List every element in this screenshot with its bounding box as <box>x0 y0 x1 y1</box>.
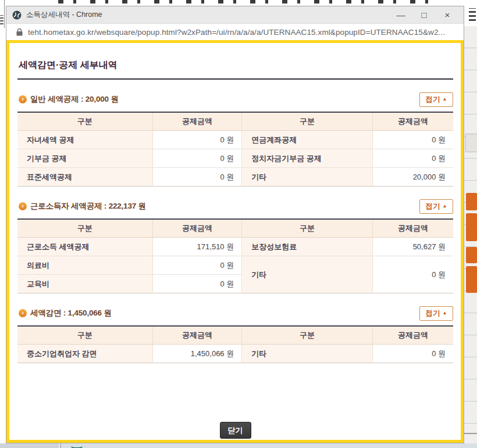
section-header: › 세액감면 : 1,450,066 원 접기 ▲ <box>17 306 453 321</box>
row-amount: 0 원 <box>372 256 453 293</box>
general-credit-table: 구분 공제금액 구분 공제금액 자녀세액 공제 0 원 연금계좌공제 <box>17 112 453 187</box>
section-header: › 근로소득자 세액공제 : 222,137 원 접기 ▲ <box>17 199 453 214</box>
divider <box>4 0 5 28</box>
background-orange-block <box>466 193 477 210</box>
column-header: 구분 <box>242 112 373 131</box>
row-amount: 0 원 <box>152 275 242 293</box>
wage-earner-credit-table: 구분 공제금액 구분 공제금액 근로소득 세액공제 171,510 원 보장성보… <box>17 218 453 293</box>
row-label: 기타 <box>242 345 373 363</box>
title-divider <box>17 78 453 80</box>
row-label: 중소기업취업자 감면 <box>17 345 152 363</box>
section-title: 근로소득자 세액공제 : 222,137 원 <box>30 201 146 212</box>
collapse-button[interactable]: 접기 ▲ <box>419 199 453 214</box>
lock-icon <box>16 28 23 36</box>
row-label: 자녀세액 공제 <box>17 131 152 149</box>
section-title: 세액감면 : 1,450,066 원 <box>30 308 112 318</box>
address-bar[interactable]: teht.hometax.go.kr/websquare/popup.html?… <box>6 24 464 40</box>
window-title: 소득상세내역 - Chrome <box>26 10 389 20</box>
background-orange-block <box>466 266 477 293</box>
background-page-bottom-strip <box>0 443 477 448</box>
screen: 소득상세내역 - Chrome — □ × teht.hometax.go.kr… <box>0 0 477 448</box>
background-orange-block <box>466 213 477 241</box>
row-label: 교육비 <box>17 275 152 293</box>
row-label: 보장성보험료 <box>242 238 373 256</box>
favicon-globe-icon <box>12 10 22 20</box>
row-amount: 0 원 <box>152 149 242 168</box>
table-row: 근로소득 세액공제 171,510 원 보장성보험료 50,627 원 <box>17 238 453 256</box>
background-mini-button <box>465 134 477 152</box>
minimize-button[interactable]: — <box>389 6 412 24</box>
row-amount: 0 원 <box>152 131 242 149</box>
triangle-up-icon: ▲ <box>443 97 447 102</box>
row-amount: 0 원 <box>372 345 453 363</box>
collapse-label: 접기 <box>426 202 440 212</box>
row-amount: 0 원 <box>152 256 242 275</box>
triangle-up-icon: ▲ <box>443 204 447 209</box>
collapse-label: 접기 <box>426 95 440 105</box>
table-header-row: 구분 공제금액 구분 공제금액 <box>17 326 453 345</box>
table-row: 중소기업취업자 감면 1,450,066 원 기타 0 원 <box>17 345 453 363</box>
section-bullet-icon: › <box>19 95 27 103</box>
column-header: 구분 <box>17 112 152 131</box>
background-orange-block <box>466 247 477 263</box>
url-text: teht.hometax.go.kr/websquare/popup.html?… <box>28 28 445 37</box>
background-page-left-fragment <box>0 0 6 448</box>
table-row: 표준세액공제 0 원 기타 20,000 원 <box>17 168 453 187</box>
row-label: 표준세액공제 <box>17 168 152 187</box>
clipped-text-fragment <box>58 0 442 3</box>
column-header: 공제금액 <box>372 326 453 345</box>
table-row: 자녀세액 공제 0 원 연금계좌공제 0 원 <box>17 131 453 149</box>
collapse-label: 접기 <box>426 309 440 318</box>
row-amount: 20,000 원 <box>372 168 453 187</box>
row-amount: 171,510 원 <box>152 238 242 256</box>
row-label: 의료비 <box>17 256 152 275</box>
column-header: 공제금액 <box>372 112 453 131</box>
row-label: 연금계좌공제 <box>242 131 373 149</box>
chrome-popup-window: 소득상세내역 - Chrome — □ × teht.hometax.go.kr… <box>6 6 464 443</box>
close-popup-button[interactable]: 닫기 <box>220 422 251 439</box>
column-header: 공제금액 <box>152 326 242 345</box>
row-label: 기부금 공제 <box>17 149 152 168</box>
popup-content: 세액감면·공제 세부내역 › 일반 세액공제 : 20,000 원 접기 ▲ <box>9 43 461 439</box>
background-page-right-panel <box>464 0 477 448</box>
section-header: › 일반 세액공제 : 20,000 원 접기 ▲ <box>17 92 453 107</box>
row-label: 정치자금기부금 공제 <box>242 149 373 168</box>
maximize-button[interactable]: □ <box>412 6 436 24</box>
window-controls: — □ × <box>389 6 459 24</box>
triangle-up-icon: ▲ <box>443 311 447 316</box>
column-header: 공제금액 <box>152 112 242 131</box>
close-window-button[interactable]: × <box>436 6 459 24</box>
divider <box>60 443 61 448</box>
row-amount: 0 원 <box>372 149 453 168</box>
column-header: 구분 <box>17 219 152 238</box>
row-label: 근로소득 세액공제 <box>17 238 152 256</box>
collapse-button[interactable]: 접기 ▲ <box>419 92 453 107</box>
background-segment <box>0 443 58 448</box>
background-grid-panel <box>464 26 477 443</box>
column-header: 구분 <box>242 326 373 345</box>
popup-highlighted-viewport: 세액감면·공제 세부내역 › 일반 세액공제 : 20,000 원 접기 ▲ <box>6 40 464 443</box>
row-amount: 0 원 <box>372 131 453 149</box>
page-title: 세액감면·공제 세부내역 <box>19 59 453 71</box>
row-amount: 50,627 원 <box>372 238 453 256</box>
window-titlebar: 소득상세내역 - Chrome — □ × <box>6 6 464 24</box>
row-label: 기타 <box>242 256 373 293</box>
section-bullet-icon: › <box>19 309 27 317</box>
table-row: 기부금 공제 0 원 정치자금기부금 공제 0 원 <box>17 149 453 168</box>
clipped-text-fragment <box>0 15 3 24</box>
column-header: 공제금액 <box>372 219 453 238</box>
row-label: 기타 <box>242 168 373 187</box>
section-title: 일반 세액공제 : 20,000 원 <box>30 94 119 105</box>
section-bullet-icon: › <box>19 202 27 210</box>
table-row: 의료비 0 원 기타 0 원 <box>17 256 453 275</box>
section-general-tax-credit: › 일반 세액공제 : 20,000 원 접기 ▲ 구분 공제금액 <box>17 92 453 187</box>
section-tax-reduction: › 세액감면 : 1,450,066 원 접기 ▲ 구분 공제금액 <box>17 306 453 363</box>
collapse-button[interactable]: 접기 ▲ <box>419 306 453 321</box>
row-amount: 1,450,066 원 <box>152 345 242 363</box>
row-amount: 0 원 <box>152 168 242 187</box>
column-header: 구분 <box>17 326 152 345</box>
clipped-text-fragment <box>469 8 476 21</box>
tax-reduction-table: 구분 공제금액 구분 공제금액 중소기업취업자 감면 1,450,066 원 기… <box>17 325 453 363</box>
teal-arc-logo-fragment <box>71 443 83 448</box>
column-header: 구분 <box>242 219 373 238</box>
